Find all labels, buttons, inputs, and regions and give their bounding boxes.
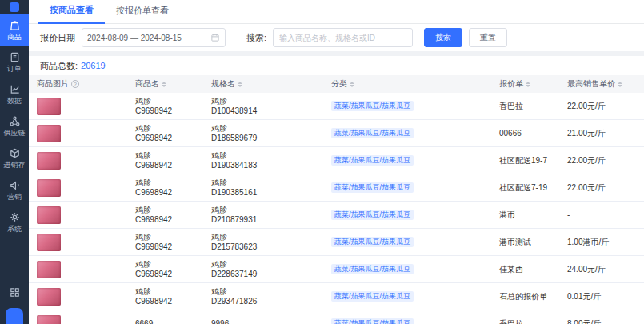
col-product-image: 商品图片 — [29, 78, 129, 90]
search-button[interactable]: 搜索 — [424, 28, 462, 47]
product-image-cell — [29, 234, 129, 251]
tab-by-quote[interactable]: 按报价单查看 — [105, 5, 180, 23]
product-code: C9698942 — [135, 270, 205, 279]
product-image[interactable] — [37, 288, 61, 306]
product-icon — [9, 19, 21, 31]
col-label: 商品名 — [135, 78, 159, 90]
table-row[interactable]: 鸡胗 C9698942 鸡胗 D293471826 蔬菜/茄果瓜豆/茄果瓜豆 石… — [29, 283, 644, 310]
reset-button[interactable]: 重置 — [469, 28, 507, 47]
product-image-cell — [29, 125, 129, 142]
table-row[interactable]: 鸡胗 C9698942 鸡胗 D215783623 蔬菜/茄果瓜豆/茄果瓜豆 港… — [29, 229, 644, 256]
category-cell: 蔬菜/茄果瓜豆/茄果瓜豆 — [325, 318, 493, 324]
category-cell: 蔬菜/茄果瓜豆/茄果瓜豆 — [325, 182, 493, 193]
product-image-cell — [29, 152, 129, 170]
table-row[interactable]: 6669 9996 蔬菜/茄果瓜豆/茄果瓜豆 香巴拉 8.00元/斤 — [29, 310, 644, 324]
sort-caret-icon[interactable] — [526, 82, 530, 87]
product-name: 鸡胗 — [135, 233, 205, 242]
product-name: 鸡胗 — [135, 97, 205, 106]
spec-name-cell: 9996 — [205, 319, 325, 324]
total-label: 商品总数: — [40, 60, 78, 72]
product-code: C9698942 — [135, 106, 205, 116]
product-image[interactable] — [37, 261, 61, 278]
search-input[interactable] — [273, 28, 413, 47]
sidebar-item-data[interactable]: 数据 — [0, 78, 29, 110]
table-row[interactable]: 鸡胗 C9698942 鸡胗 D186589679 蔬菜/茄果瓜豆/茄果瓜豆 0… — [29, 120, 644, 147]
spec-code: D215783623 — [211, 242, 325, 252]
quote-sheet-cell: 港币 — [493, 210, 561, 221]
spec-name-cell: 鸡胗 D293471826 — [205, 287, 325, 306]
order-icon — [9, 51, 21, 63]
product-image[interactable] — [37, 152, 61, 170]
product-name: 6669 — [135, 319, 205, 324]
product-name-cell: 6669 — [129, 319, 205, 324]
sidebar-item-marketing[interactable]: 营销 — [0, 174, 29, 206]
product-image[interactable] — [37, 234, 61, 251]
max-price-cell: 0.01元/斤 — [561, 291, 644, 302]
category-cell: 蔬菜/茄果瓜豆/茄果瓜豆 — [325, 264, 493, 274]
table-row[interactable]: 鸡胗 C9698942 鸡胗 D190384183 蔬菜/茄果瓜豆/茄果瓜豆 社… — [29, 147, 644, 174]
tab-by-product[interactable]: 按商品查看 — [38, 4, 105, 24]
sidebar-item-label: 商品 — [0, 33, 29, 41]
product-image[interactable] — [37, 179, 61, 197]
sort-caret-icon[interactable] — [350, 82, 354, 87]
sort-caret-icon[interactable] — [618, 82, 622, 87]
max-price-cell: 22.00元/斤 — [561, 101, 644, 112]
product-code: C9698942 — [135, 242, 205, 252]
product-image[interactable] — [37, 98, 61, 115]
sidebar-item-label: 营销 — [0, 193, 29, 201]
sidebar-item-supply-chain[interactable]: 供应链 — [0, 110, 29, 142]
product-name: 鸡胗 — [135, 260, 205, 270]
col-quote-sheet: 报价单 — [493, 78, 561, 90]
calendar-icon — [210, 33, 220, 42]
product-name-cell: 鸡胗 C9698942 — [129, 124, 205, 143]
spec-code: D293471826 — [211, 297, 325, 306]
table-row[interactable]: 鸡胗 C9698942 鸡胗 D100438914 蔬菜/茄果瓜豆/茄果瓜豆 香… — [29, 93, 644, 120]
product-name: 鸡胗 — [135, 178, 205, 188]
sidebar: 商品 订单 数据 供应链 进销存 — [0, 0, 29, 324]
product-image-cell — [29, 261, 129, 278]
spec-name: 鸡胗 — [211, 233, 325, 242]
product-image-cell — [29, 179, 129, 197]
product-code: C9698942 — [135, 215, 205, 225]
sidebar-item-orders[interactable]: 订单 — [0, 46, 29, 78]
date-label: 报价日期 — [40, 32, 75, 44]
spec-code: D190384183 — [211, 161, 325, 170]
category-tag: 蔬菜/茄果瓜豆/茄果瓜豆 — [331, 182, 414, 193]
app-root: 商品 订单 数据 供应链 进销存 — [0, 0, 644, 324]
col-label: 商品图片 — [37, 78, 69, 90]
quote-sheet-cell: 香巴拉 — [493, 101, 561, 112]
max-price-cell: 1.00港币/斤 — [561, 237, 644, 248]
sidebar-item-products[interactable]: 商品 — [0, 14, 29, 46]
logo-icon — [10, 2, 19, 12]
product-image-cell — [29, 288, 129, 306]
category-tag: 蔬菜/茄果瓜豆/茄果瓜豆 — [331, 291, 414, 302]
quote-sheet-cell: 石总的报价单 — [493, 291, 561, 302]
col-label: 分类 — [331, 78, 347, 90]
spec-name-cell: 鸡胗 D190385161 — [205, 178, 325, 198]
table-row[interactable]: 鸡胗 C9698942 鸡胗 D210879931 蔬菜/茄果瓜豆/茄果瓜豆 港… — [29, 202, 644, 229]
spec-code: D210879931 — [211, 215, 325, 225]
spec-name-cell: 鸡胗 D100438914 — [205, 97, 325, 116]
quote-sheet-cell: 社区配送7-19 — [493, 182, 561, 194]
products-table: 商品图片 商品名 规格名 分类 报价单 — [29, 75, 644, 324]
sidebar-item-system[interactable]: 系统 — [0, 206, 29, 238]
marketing-icon — [9, 179, 21, 191]
sidebar-item-inventory[interactable]: 进销存 — [0, 142, 29, 174]
spec-name: 鸡胗 — [211, 206, 325, 215]
spec-name-cell: 鸡胗 D228637149 — [205, 260, 325, 279]
quote-sheet-cell: 香巴拉 — [493, 318, 561, 324]
product-image[interactable] — [37, 315, 61, 324]
date-range-input[interactable]: 2024-08-09 — 2024-08-15 — [82, 28, 226, 47]
date-range-value: 2024-08-09 — 2024-08-15 — [87, 34, 182, 42]
product-image[interactable] — [37, 206, 61, 224]
spec-name: 鸡胗 — [211, 178, 325, 188]
product-image[interactable] — [37, 125, 61, 142]
category-cell: 蔬菜/茄果瓜豆/茄果瓜豆 — [325, 237, 493, 247]
spec-name-cell: 鸡胗 D210879931 — [205, 206, 325, 225]
table-row[interactable]: 鸡胗 C9698942 鸡胗 D190385161 蔬菜/茄果瓜豆/茄果瓜豆 社… — [29, 174, 644, 202]
sidebar-item-app-center[interactable] — [0, 282, 29, 304]
table-row[interactable]: 鸡胗 C9698942 鸡胗 D228637149 蔬菜/茄果瓜豆/茄果瓜豆 佳… — [29, 256, 644, 283]
sort-caret-icon[interactable] — [162, 82, 166, 87]
floating-action-button[interactable] — [6, 308, 23, 324]
sort-caret-icon[interactable] — [238, 82, 242, 87]
